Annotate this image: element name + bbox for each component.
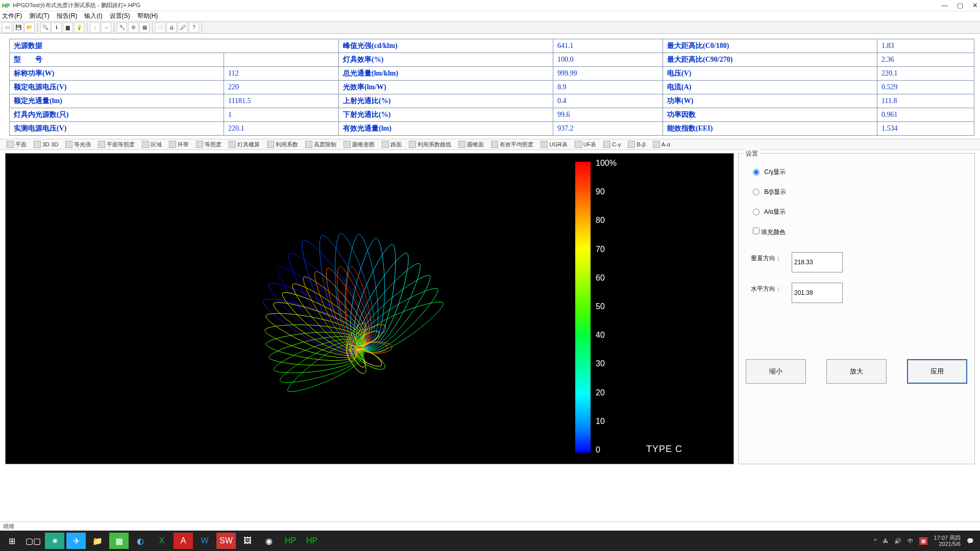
table-label: 额定光通量(lm): [10, 94, 224, 108]
excel-icon[interactable]: X: [152, 533, 172, 549]
tool-save-icon[interactable]: 💾: [13, 22, 23, 33]
tool-doc-icon[interactable]: 📄: [155, 22, 165, 33]
minimize-button[interactable]: —: [941, 2, 948, 9]
zoom-button[interactable]: 放大: [826, 359, 887, 384]
tool-help-icon[interactable]: ?: [189, 22, 199, 33]
tool-v-icon[interactable]: ↓: [90, 22, 100, 33]
maximize-button[interactable]: ▢: [957, 2, 963, 9]
app-icon-4[interactable]: ◐: [131, 533, 150, 549]
tool-wrench-icon[interactable]: 🔧: [117, 22, 127, 33]
tab-icon: [7, 141, 14, 148]
view-tab[interactable]: 有效平均照度: [488, 140, 536, 149]
table-label: 最大距高比(C90/270): [663, 53, 877, 67]
menu-input[interactable]: 输入(I): [84, 12, 102, 20]
view-tab[interactable]: 利用系数: [264, 140, 301, 149]
view-tab[interactable]: 等光强: [63, 140, 93, 149]
view-tab[interactable]: 路面: [379, 140, 404, 149]
app-icon-3[interactable]: ▦: [109, 533, 129, 549]
tab-label: UF表: [583, 141, 597, 148]
tool-info-icon[interactable]: ℹ: [52, 22, 62, 33]
view-tab[interactable]: A-α: [650, 140, 673, 149]
titlebar: HP HPGOTest分布式光度计测试系统 - 鹏阳路灯+.HPG — ▢ ✕: [0, 0, 980, 11]
tool-print-icon[interactable]: 🖨: [166, 22, 177, 33]
tab-label: C-γ: [612, 141, 621, 147]
taskview-icon[interactable]: ▢▢: [23, 533, 43, 549]
colorbar-tick: 0: [596, 445, 626, 455]
tool-grid-icon[interactable]: ▦: [139, 22, 150, 33]
radio-cgamma[interactable]: [753, 169, 760, 176]
table-label: 功率因数: [663, 108, 877, 122]
app-icon-1[interactable]: ✷: [45, 533, 64, 549]
tool-gear-icon[interactable]: ⚙: [128, 22, 138, 33]
menu-test[interactable]: 测试(T): [29, 12, 49, 20]
app-logo: HP: [2, 3, 10, 9]
menu-settings[interactable]: 设置(S): [110, 12, 130, 20]
horizontal-input[interactable]: [792, 283, 843, 303]
colorbar: [575, 162, 591, 453]
menu-help[interactable]: 帮助(H): [137, 12, 158, 20]
tray-vol-icon[interactable]: 🔊: [894, 538, 901, 544]
colorbar-tick: 60: [596, 273, 626, 283]
view-tab[interactable]: 3D 3D: [31, 140, 61, 149]
shrink-button[interactable]: 缩小: [746, 359, 806, 384]
close-button[interactable]: ✕: [972, 2, 978, 9]
view-tab[interactable]: 平面等照度: [95, 140, 137, 149]
colorbar-tick: 20: [596, 388, 626, 397]
tool-open-icon[interactable]: 📂: [24, 22, 35, 33]
radio-aalpha[interactable]: [753, 209, 760, 215]
tab-label: 等照度: [205, 141, 222, 148]
settings-title: 设置: [744, 149, 760, 158]
tray-ime2-icon[interactable]: ▣: [919, 537, 927, 545]
pdf-icon[interactable]: A: [174, 533, 193, 549]
tab-label: 3D 3D: [42, 141, 58, 147]
vertical-input[interactable]: [792, 252, 843, 272]
hp-app-icon-2[interactable]: HP: [302, 533, 322, 549]
view-tab[interactable]: 区域: [139, 140, 164, 149]
photometric-plot[interactable]: 100%9080706050403020100 TYPE C: [5, 153, 734, 464]
view-tab[interactable]: 圆锥形图: [341, 140, 377, 149]
tool-h-icon[interactable]: →: [101, 22, 111, 33]
taskbar-clock[interactable]: 17:07 周四 2021/5/6: [934, 535, 961, 547]
view-tab[interactable]: 等照度: [193, 140, 224, 149]
chrome-icon[interactable]: ◉: [259, 533, 279, 549]
checkbox-fill-color[interactable]: [753, 228, 760, 234]
radio-bbeta-label: B/β显示: [764, 188, 786, 195]
tray-ime-icon[interactable]: 中: [908, 537, 913, 545]
menu-report[interactable]: 报告(R): [57, 12, 78, 20]
radio-bbeta[interactable]: [753, 189, 760, 195]
image-icon[interactable]: 🖼: [238, 533, 257, 549]
view-tab[interactable]: 灯具概算: [226, 140, 262, 149]
explorer-icon[interactable]: 📁: [88, 533, 107, 549]
table-label: 最大距高比(C0/180): [663, 39, 877, 53]
view-tab[interactable]: 环带: [166, 140, 191, 149]
word-icon[interactable]: W: [195, 533, 214, 549]
apply-button[interactable]: 应用: [907, 359, 967, 384]
tab-icon: [65, 141, 72, 148]
tray-up-icon[interactable]: ^: [874, 538, 876, 544]
tray-net-icon[interactable]: 🖧: [883, 538, 888, 544]
sw-icon[interactable]: SW: [216, 533, 236, 549]
menu-file[interactable]: 文件(F): [2, 12, 22, 20]
tool-color-icon[interactable]: ▆: [63, 22, 73, 33]
tool-preview-icon[interactable]: 🔎: [178, 22, 188, 33]
tray-notif-icon[interactable]: 💬: [967, 538, 974, 544]
table-value: 641.1: [553, 39, 663, 53]
view-tab[interactable]: 高度限制: [303, 140, 339, 149]
tool-new-icon[interactable]: ▭: [2, 22, 12, 33]
tool-bulb-icon[interactable]: 💡: [74, 22, 84, 33]
view-tab[interactable]: 利用系数曲线: [406, 140, 454, 149]
view-tab[interactable]: 圆锥面: [456, 140, 486, 149]
view-tab[interactable]: UF表: [572, 140, 599, 149]
horizontal-label: 水平方向：: [751, 283, 792, 293]
view-tab[interactable]: 平面: [4, 140, 29, 149]
view-tab[interactable]: UGR表: [538, 140, 570, 149]
hp-app-icon[interactable]: HP: [281, 533, 300, 549]
start-button-icon[interactable]: ⊞: [2, 533, 21, 549]
tab-label: 平面等照度: [107, 141, 135, 148]
data-table-panel: 光源数据峰值光强(cd/klm)641.1最大距高比(C0/180)1.83型 …: [0, 34, 980, 139]
tool-search-icon[interactable]: 🔍: [40, 22, 51, 33]
app-icon-2[interactable]: ✈: [66, 533, 86, 549]
view-tab[interactable]: C-γ: [601, 140, 623, 149]
view-tab[interactable]: B-β: [625, 140, 648, 149]
table-label: 能效指数(EEI): [663, 122, 877, 136]
